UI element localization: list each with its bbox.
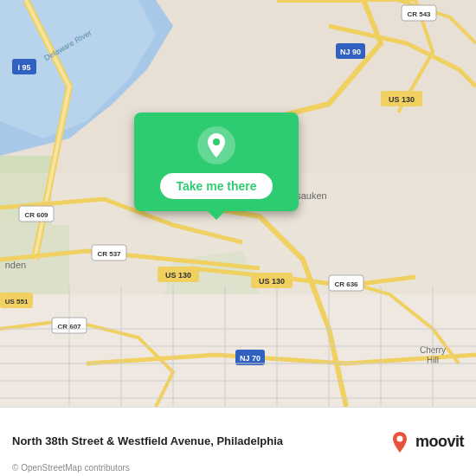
moovit-pin-icon [388, 430, 412, 454]
svg-text:CR 636: CR 636 [334, 280, 358, 288]
svg-text:US 130: US 130 [259, 277, 285, 286]
svg-text:NJ 70: NJ 70 [240, 354, 261, 363]
svg-text:CR 543: CR 543 [407, 10, 431, 18]
svg-text:I 95: I 95 [17, 63, 30, 72]
svg-point-49 [396, 435, 402, 441]
svg-text:CR 537: CR 537 [97, 250, 121, 258]
address-title: North 38th Street & Westfield Avenue, Ph… [12, 434, 388, 449]
take-me-there-button[interactable]: Take me there [160, 173, 272, 199]
map-view[interactable]: US 130 US 130 I 95 NJ 90 US 130 CR 609 C… [0, 0, 476, 407]
svg-point-48 [213, 138, 220, 145]
svg-text:nden: nden [5, 260, 26, 270]
bottom-bar: North 38th Street & Westfield Avenue, Ph… [0, 407, 476, 476]
popup-card: Take me there [134, 113, 299, 211]
svg-text:CR 609: CR 609 [24, 211, 48, 219]
osm-credit: © OpenStreetMap contributors [12, 463, 130, 473]
svg-text:US 130: US 130 [389, 95, 415, 104]
svg-text:sauken: sauken [296, 190, 326, 201]
svg-text:US 551: US 551 [5, 298, 29, 306]
svg-text:NJ 90: NJ 90 [340, 48, 361, 56]
location-pin-icon [197, 126, 235, 164]
svg-text:US 130: US 130 [165, 271, 191, 280]
address-section: North 38th Street & Westfield Avenue, Ph… [12, 434, 388, 449]
moovit-logo: moovit [388, 430, 464, 454]
moovit-label: moovit [415, 433, 464, 451]
